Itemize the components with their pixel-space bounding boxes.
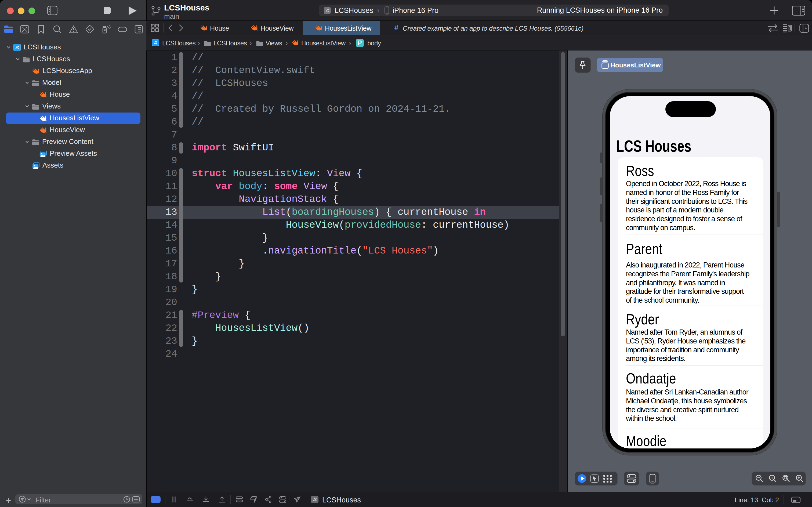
svg-text:1: 1 xyxy=(771,476,773,480)
